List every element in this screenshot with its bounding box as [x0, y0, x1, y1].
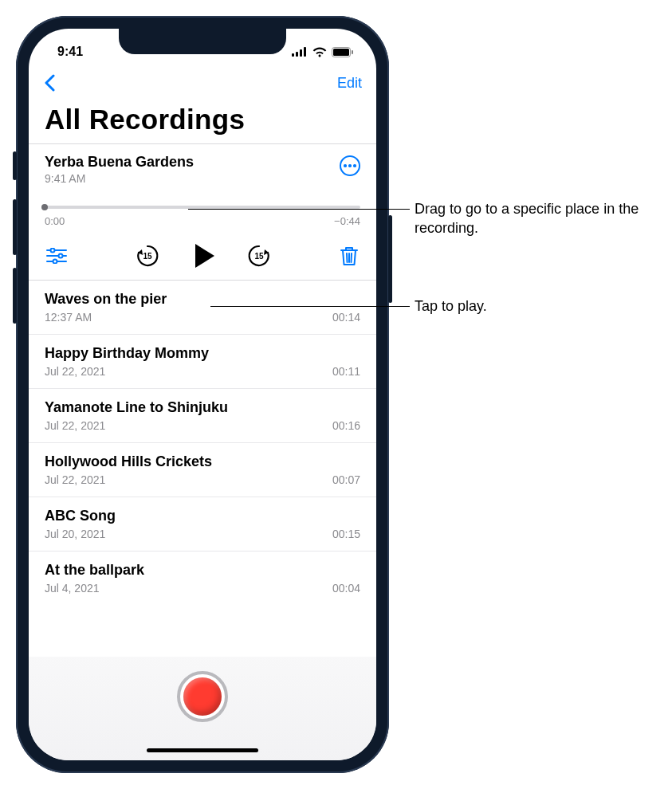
recording-title: Happy Birthday Mommy [45, 345, 360, 362]
callout-text: Drag to go to a specific place in the re… [415, 201, 639, 236]
playback-options-button[interactable] [46, 248, 67, 264]
back-button[interactable] [43, 73, 56, 92]
list-item[interactable]: Yamanote Line to Shinjuku Jul 22, 2021 0… [29, 389, 376, 443]
svg-rect-3 [304, 47, 306, 57]
side-button [13, 268, 17, 324]
callout-text: Tap to play. [415, 298, 487, 314]
svg-rect-6 [352, 50, 353, 54]
recording-duration: 00:15 [332, 528, 360, 540]
recording-subtitle: 12:37 AM [45, 311, 92, 324]
more-options-button[interactable] [340, 155, 360, 176]
list-item[interactable]: Happy Birthday Mommy Jul 22, 2021 00:11 [29, 335, 376, 389]
recording-duration: 00:04 [332, 582, 360, 595]
svg-rect-2 [300, 49, 302, 57]
cellular-icon [292, 47, 308, 57]
ellipsis-icon [344, 164, 347, 167]
side-button [13, 151, 17, 180]
list-item[interactable]: At the ballpark Jul 4, 2021 00:04 [29, 552, 376, 598]
svg-rect-1 [296, 52, 298, 57]
scrubber-thumb[interactable] [41, 204, 48, 210]
recording-title: Hollywood Hills Crickets [45, 453, 360, 470]
phone-screen: 9:41 Edit All Recordings [29, 29, 376, 760]
callout-scrubber: Drag to go to a specific place in the re… [415, 199, 654, 238]
list-item[interactable]: Waves on the pier 12:37 AM 00:14 [29, 281, 376, 335]
wifi-icon [312, 47, 327, 57]
side-button [13, 199, 17, 255]
svg-text:15: 15 [143, 252, 152, 261]
record-button[interactable] [177, 671, 228, 722]
play-icon [195, 244, 214, 268]
status-time: 9:41 [57, 45, 83, 59]
delete-button[interactable] [340, 245, 359, 266]
nav-bar: Edit [29, 65, 376, 100]
svg-point-12 [53, 260, 57, 264]
recording-subtitle: Jul 4, 2021 [45, 582, 100, 595]
svg-point-10 [59, 254, 63, 258]
callout-leader-line [188, 209, 410, 210]
record-icon [183, 677, 222, 716]
battery-icon [332, 47, 354, 57]
edit-button[interactable]: Edit [337, 75, 362, 92]
skip-forward-15-button[interactable]: 15 [246, 243, 272, 269]
callout-leader-line [210, 306, 410, 307]
recording-duration: 00:14 [332, 311, 360, 324]
side-button [388, 215, 392, 303]
svg-line-15 [347, 253, 348, 262]
recordings-list: Waves on the pier 12:37 AM 00:14 Happy B… [29, 281, 376, 598]
list-item[interactable]: Hollywood Hills Crickets Jul 22, 2021 00… [29, 443, 376, 497]
recording-subtitle: Jul 22, 2021 [45, 473, 105, 486]
svg-rect-0 [292, 53, 294, 57]
phone-device-frame: 9:41 Edit All Recordings [16, 16, 389, 773]
recording-subtitle: Jul 20, 2021 [45, 528, 105, 540]
recording-duration: 00:07 [332, 473, 360, 486]
recording-title: ABC Song [45, 508, 360, 524]
svg-point-8 [51, 249, 55, 253]
svg-text:15: 15 [254, 252, 264, 261]
recording-title: Waves on the pier [45, 291, 360, 308]
page-title: All Recordings [29, 100, 376, 144]
expanded-recording: Yerba Buena Gardens 9:41 AM 0:00 −0:44 [29, 144, 376, 281]
skip-back-15-button[interactable]: 15 [135, 243, 160, 269]
recording-duration: 00:11 [332, 365, 360, 378]
recording-title: Yamanote Line to Shinjuku [45, 399, 360, 416]
play-button[interactable] [192, 244, 214, 268]
svg-rect-5 [333, 49, 349, 56]
home-indicator[interactable] [147, 748, 258, 752]
recording-duration: 00:16 [332, 419, 360, 432]
phone-notch [119, 29, 286, 54]
recording-title: At the ballpark [45, 562, 360, 579]
expanded-recording-title: Yerba Buena Gardens [45, 154, 194, 171]
recording-subtitle: Jul 22, 2021 [45, 365, 105, 378]
record-toolbar [29, 657, 376, 760]
list-item[interactable]: ABC Song Jul 20, 2021 00:15 [29, 497, 376, 552]
expanded-recording-subtitle: 9:41 AM [45, 172, 194, 185]
callout-play: Tap to play. [415, 296, 654, 316]
recording-subtitle: Jul 22, 2021 [45, 419, 105, 432]
svg-line-17 [352, 253, 352, 262]
